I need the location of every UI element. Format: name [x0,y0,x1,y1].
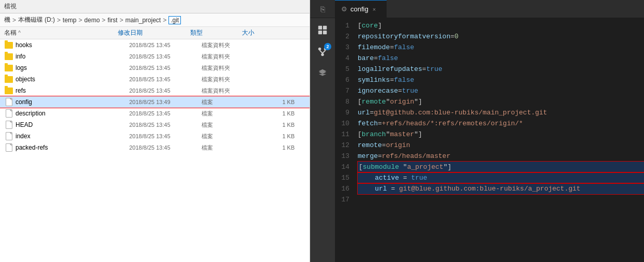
file-date: 2018/8/25 13:45 [129,88,202,94]
svg-line-7 [320,50,323,53]
file-size: 1 KB [253,99,295,105]
code-line: [branch "master"] [358,129,644,140]
tab-close-button[interactable]: × [372,5,377,13]
breadcrumb-project[interactable]: main_project [125,17,161,24]
file-size: 1 KB [253,133,295,139]
breadcrumb-root[interactable]: 機 [4,16,10,24]
line-number: 11 [335,129,349,140]
file-list: hooks2018/8/25 13:45檔案資料夾info2018/8/25 1… [0,39,310,262]
file-type: 檔案資料夾 [202,87,253,95]
code-line: symlinks = false [358,75,644,85]
breadcrumb-current[interactable]: .git [168,16,181,24]
file-type: 檔案 [202,121,253,129]
line-number: 2 [335,31,349,42]
line-number: 15 [335,172,349,183]
line-number: 9 [335,107,349,118]
code-line: [remote "origin"] [358,96,644,107]
col-header-size[interactable]: 大小 [242,28,283,37]
line-number: 4 [335,53,349,64]
file-type: 檔案資料夾 [202,41,253,49]
tab-config[interactable]: ⚙ config × [335,0,387,18]
code-area[interactable]: 1234567891011121314151617 [core] reposit… [335,18,644,262]
editor-main: 1234567891011121314151617 [core] reposit… [335,18,644,262]
code-line: fetch = +refs/heads/*:refs/remotes/origi… [358,118,644,129]
breadcrumb-demo[interactable]: demo [84,17,100,24]
svg-line-8 [323,50,326,53]
code-content[interactable]: [core] repositoryformatversion = 0 filem… [356,20,644,260]
extensions-activity-icon[interactable] [315,66,330,81]
svg-rect-0 [318,26,322,30]
file-date: 2018/8/25 13:45 [129,144,202,151]
source-control-activity-icon[interactable] [315,44,330,60]
line-number: 7 [335,85,349,96]
file-name: hooks [16,41,129,49]
line-number: 17 [335,194,349,205]
file-type: 檔案 [202,98,253,106]
file-row[interactable]: info2018/8/25 13:45檔案資料夾 [0,51,310,62]
svg-point-4 [318,48,321,51]
explorer-title: 檔視 [4,3,17,10]
file-row[interactable]: refs2018/8/25 13:45檔案資料夾 [0,85,310,96]
code-line: logallrefupdates = true [358,64,644,75]
file-explorer: 檔視 機 > 本機磁碟 (D:) > temp > demo > first >… [0,0,310,262]
file-row[interactable]: logs2018/8/25 13:45檔案資料夾 [0,62,310,74]
breadcrumb-bar: 機 > 本機磁碟 (D:) > temp > demo > first > ma… [0,13,310,27]
explorer-activity-icon[interactable] [315,22,330,38]
file-icon [4,98,13,106]
explorer-titlebar: 檔視 [0,0,310,13]
file-name: refs [16,87,129,94]
file-type: 檔案 [202,133,253,140]
code-line: url = git@blue.github.com:blue-rubiks/a_… [358,183,644,194]
file-size: 1 KB [253,122,295,128]
line-number: 5 [335,64,349,75]
file-row[interactable]: description2018/8/25 13:45檔案1 KB [0,108,310,119]
line-number: 1 [335,20,349,31]
svg-rect-3 [323,31,327,34]
breadcrumb-first[interactable]: first [108,17,117,24]
code-line: merge = refs/heads/master [358,151,644,162]
code-line: repositoryformatversion = 0 [358,31,644,42]
col-header-type[interactable]: 類型 [190,28,242,37]
folder-icon [4,87,13,94]
col-header-date[interactable]: 修改日期 [118,28,190,37]
file-type: 檔案資料夾 [202,76,253,83]
code-line: remote = origin [358,140,644,151]
file-date: 2018/8/25 13:45 [129,122,202,128]
line-numbers: 1234567891011121314151617 [335,20,356,260]
line-number: 13 [335,151,349,162]
file-name: HEAD [16,121,129,128]
folder-icon [4,53,13,60]
file-date: 2018/8/25 13:49 [129,99,202,105]
svg-rect-2 [318,31,322,34]
code-line [358,194,644,205]
col-header-name[interactable]: 名稱 ^ [4,28,118,37]
file-name: config [16,98,129,106]
code-line: [submodule "a_project"] [358,162,644,172]
file-size: 1 KB [253,144,295,151]
line-number: 14 [335,162,349,172]
svg-point-5 [324,48,327,51]
code-line: url = git@github.com:blue-rubiks/main_pr… [358,107,644,118]
breadcrumb-drive[interactable]: 本機磁碟 (D:) [18,16,55,24]
file-name: logs [16,64,129,71]
file-type: 檔案資料夾 [202,53,253,61]
line-number: 16 [335,183,349,194]
file-row[interactable]: hooks2018/8/25 13:45檔案資料夾 [0,39,310,51]
code-line: [core] [358,20,644,31]
breadcrumb-temp[interactable]: temp [63,17,76,24]
file-row[interactable]: index2018/8/25 13:45檔案1 KB [0,130,310,142]
file-row[interactable]: packed-refs2018/8/25 13:45檔案1 KB [0,142,310,153]
file-row[interactable]: HEAD2018/8/25 13:45檔案1 KB [0,119,310,130]
file-icon [4,110,13,117]
file-name: objects [16,76,129,83]
file-date: 2018/8/25 13:45 [129,53,202,60]
file-row[interactable]: config2018/8/25 13:49檔案1 KB [0,96,310,108]
file-size: 1 KB [253,110,295,117]
file-icon [4,121,13,128]
copy-files-icon[interactable]: ⎘ [320,5,325,13]
code-line: filemode = false [358,42,644,53]
file-row[interactable]: objects2018/8/25 13:45檔案資料夾 [0,74,310,85]
editor-sidebar-container: 1234567891011121314151617 [core] reposit… [310,18,644,262]
code-line: active = true [358,172,644,183]
file-date: 2018/8/25 13:45 [129,65,202,71]
